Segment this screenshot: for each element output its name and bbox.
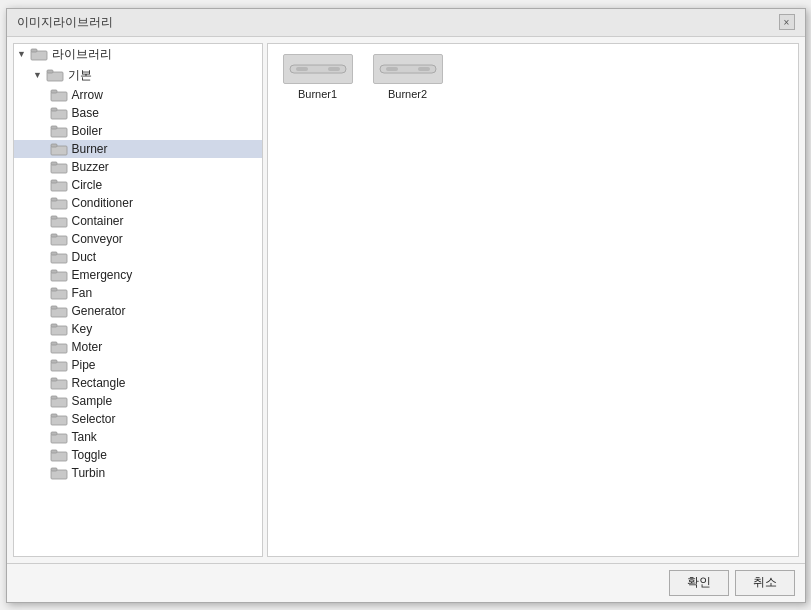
tree-leaf-item[interactable]: Rectangle (14, 374, 262, 392)
expand-branch-icon: ▼ (32, 69, 44, 81)
tree-leaf-item[interactable]: Sample (14, 392, 262, 410)
dialog-body: ▼ 라이브러리 ▼ (7, 37, 805, 563)
dialog-footer: 확인 취소 (7, 563, 805, 602)
svg-rect-33 (51, 342, 57, 345)
tree-leaf-item[interactable]: Burner (14, 140, 262, 158)
tree-leaf-item[interactable]: Fan (14, 284, 262, 302)
leaf-item-label: Boiler (72, 124, 103, 138)
leaf-item-label: Arrow (72, 88, 103, 102)
tree-branch-item[interactable]: ▼ 기본 (14, 65, 262, 86)
cancel-button[interactable]: 취소 (735, 570, 795, 596)
dialog-title: 이미지라이브러리 (17, 14, 113, 31)
svg-rect-31 (51, 324, 57, 327)
leaf-item-label: Fan (72, 286, 93, 300)
leaf-item-label: Rectangle (72, 376, 126, 390)
leaf-folder-icon (50, 124, 68, 138)
root-folder-icon (30, 47, 48, 61)
leaf-item-label: Tank (72, 430, 97, 444)
leaf-folder-icon (50, 214, 68, 228)
preview-item[interactable]: Burner2 (368, 54, 448, 100)
svg-rect-37 (51, 378, 57, 381)
svg-rect-5 (51, 90, 57, 93)
svg-rect-53 (418, 67, 430, 71)
leaf-folder-icon (50, 412, 68, 426)
root-label: 라이브러리 (52, 46, 112, 63)
svg-rect-21 (51, 234, 57, 237)
leaf-folder-icon (50, 196, 68, 210)
expand-arrow-icon: ▼ (16, 48, 28, 60)
image-library-dialog: 이미지라이브러리 × ▼ 라이브러리 ▼ (6, 8, 806, 603)
tree-leaf-item[interactable]: Turbin (14, 464, 262, 482)
svg-rect-1 (31, 49, 37, 52)
leaf-folder-icon (50, 358, 68, 372)
svg-rect-52 (386, 67, 398, 71)
svg-rect-41 (51, 414, 57, 417)
leaf-folder-icon (50, 340, 68, 354)
preview-item[interactable]: Burner1 (278, 54, 358, 100)
svg-rect-17 (51, 198, 57, 201)
leaf-item-label: Turbin (72, 466, 106, 480)
svg-rect-13 (51, 162, 57, 165)
preview-label: Burner2 (388, 88, 427, 100)
tree-leaf-item[interactable]: Duct (14, 248, 262, 266)
preview-label: Burner1 (298, 88, 337, 100)
leaf-item-label: Sample (72, 394, 113, 408)
svg-rect-15 (51, 180, 57, 183)
tree-leaf-item[interactable]: Generator (14, 302, 262, 320)
leaf-folder-icon (50, 88, 68, 102)
leaf-folder-icon (50, 286, 68, 300)
svg-rect-35 (51, 360, 57, 363)
tree-leaf-item[interactable]: Conditioner (14, 194, 262, 212)
preview-thumbnail (373, 54, 443, 84)
leaf-folder-icon (50, 268, 68, 282)
tree-leaf-item[interactable]: Moter (14, 338, 262, 356)
svg-rect-47 (51, 468, 57, 471)
svg-rect-23 (51, 252, 57, 255)
tree-leaf-item[interactable]: Boiler (14, 122, 262, 140)
svg-rect-29 (51, 306, 57, 309)
preview-thumbnail (283, 54, 353, 84)
leaf-item-label: Burner (72, 142, 108, 156)
leaf-folder-icon (50, 448, 68, 462)
svg-rect-9 (51, 126, 57, 129)
leaf-folder-icon (50, 394, 68, 408)
tree-leaf-item[interactable]: Arrow (14, 86, 262, 104)
svg-rect-39 (51, 396, 57, 399)
leaf-item-label: Base (72, 106, 99, 120)
tree-leaf-item[interactable]: Container (14, 212, 262, 230)
svg-rect-3 (47, 70, 53, 73)
leaf-folder-icon (50, 250, 68, 264)
svg-rect-27 (51, 288, 57, 291)
leaf-item-label: Buzzer (72, 160, 109, 174)
tree-leaf-item[interactable]: Toggle (14, 446, 262, 464)
leaf-item-label: Conditioner (72, 196, 133, 210)
tree-leaf-item[interactable]: Buzzer (14, 158, 262, 176)
leaf-item-label: Conveyor (72, 232, 123, 246)
leaf-folder-icon (50, 142, 68, 156)
tree-leaf-item[interactable]: Base (14, 104, 262, 122)
leaf-folder-icon (50, 376, 68, 390)
branch-label: 기본 (68, 67, 92, 84)
leaf-item-label: Key (72, 322, 93, 336)
tree-leaf-item[interactable]: Conveyor (14, 230, 262, 248)
svg-rect-43 (51, 432, 57, 435)
title-bar: 이미지라이브러리 × (7, 9, 805, 37)
leaf-folder-icon (50, 304, 68, 318)
leaf-folder-icon (50, 232, 68, 246)
tree-leaf-item[interactable]: Tank (14, 428, 262, 446)
close-button[interactable]: × (779, 14, 795, 30)
svg-rect-7 (51, 108, 57, 111)
leaf-item-label: Moter (72, 340, 103, 354)
tree-leaf-item[interactable]: Pipe (14, 356, 262, 374)
tree-leaf-item[interactable]: Circle (14, 176, 262, 194)
svg-rect-45 (51, 450, 57, 453)
leaf-folder-icon (50, 106, 68, 120)
tree-root-item[interactable]: ▼ 라이브러리 (14, 44, 262, 65)
tree-leaf-item[interactable]: Selector (14, 410, 262, 428)
tree-leaf-item[interactable]: Emergency (14, 266, 262, 284)
confirm-button[interactable]: 확인 (669, 570, 729, 596)
leaf-item-label: Pipe (72, 358, 96, 372)
svg-rect-19 (51, 216, 57, 219)
svg-rect-25 (51, 270, 57, 273)
tree-leaf-item[interactable]: Key (14, 320, 262, 338)
